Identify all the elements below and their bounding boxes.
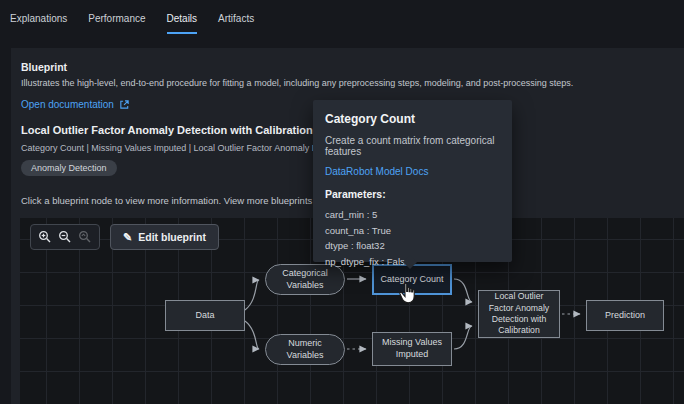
model-details-page: Explanations Performance Details Artifac…	[0, 0, 684, 404]
tooltip-parameters-label: Parameters:	[325, 188, 500, 200]
node-numeric-variables[interactable]: Numeric Variables	[265, 334, 345, 365]
node-prediction[interactable]: Prediction	[586, 300, 664, 331]
open-documentation-label: Open documentation	[21, 99, 114, 110]
blueprint-description: Illustrates the high-level, end-to-end p…	[21, 78, 573, 88]
zoom-out-icon[interactable]	[58, 230, 72, 244]
edit-pencil-icon: ✎	[123, 231, 132, 244]
blueprint-heading: Blueprint	[21, 61, 67, 73]
edge-data-to-numeric	[245, 321, 259, 349]
model-title: Local Outlier Factor Anomaly Detection w…	[21, 124, 313, 136]
blueprint-hint-text: Click a blueprint node to view more info…	[21, 195, 312, 206]
open-documentation-link[interactable]: Open documentation	[21, 99, 130, 110]
node-data[interactable]: Data	[165, 300, 245, 331]
node-missing-values-imputed[interactable]: Missing Values Imputed	[372, 332, 452, 366]
edge-missingvalues-to-lof	[454, 326, 472, 349]
node-local-outlier-factor[interactable]: Local Outlier Factor Anomaly Detection w…	[478, 290, 560, 338]
tooltip-title: Category Count	[325, 112, 500, 126]
tab-explanations[interactable]: Explanations	[10, 13, 67, 34]
tab-details[interactable]: Details	[167, 13, 198, 34]
tooltip-parameter: card_min : 5	[325, 207, 500, 223]
tab-performance[interactable]: Performance	[88, 13, 145, 34]
tooltip-parameter: count_na : True	[325, 223, 500, 239]
edit-blueprint-button[interactable]: ✎ Edit blueprint	[110, 224, 219, 250]
tooltip-description: Create a count matrix from categorical f…	[325, 135, 500, 157]
edit-blueprint-label: Edit blueprint	[138, 231, 206, 243]
zoom-reset-icon[interactable]	[78, 230, 92, 244]
anomaly-detection-badge: Anomaly Detection	[21, 160, 117, 176]
external-link-icon	[119, 99, 130, 110]
tooltip-model-docs-link[interactable]: DataRobot Model Docs	[325, 166, 500, 177]
hand-cursor-icon	[396, 281, 420, 307]
node-tooltip: Category Count Create a count matrix fro…	[313, 100, 512, 262]
tooltip-parameter: dtype : float32	[325, 238, 500, 254]
zoom-toolbar	[30, 224, 100, 250]
zoom-in-icon[interactable]	[38, 230, 52, 244]
top-tab-bar: Explanations Performance Details Artifac…	[10, 13, 254, 34]
edge-categorycount-to-lof	[454, 279, 472, 302]
tab-artifacts[interactable]: Artifacts	[218, 13, 254, 34]
edge-data-to-categorical	[245, 280, 259, 310]
